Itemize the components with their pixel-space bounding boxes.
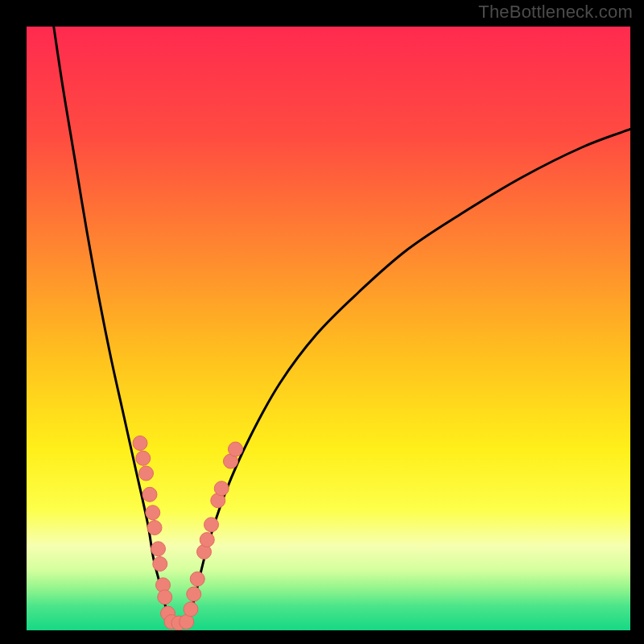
highlight-dot [139, 466, 154, 481]
highlight-dot [147, 521, 162, 535]
highlight-dot [133, 436, 147, 451]
highlight-dot [151, 542, 166, 556]
highlight-dot [180, 615, 194, 630]
highlight-dot [153, 557, 167, 572]
highlight-dot [142, 487, 157, 502]
chart-frame: TheBottleneck.com [0, 0, 644, 644]
curve-right-branch [188, 130, 630, 624]
highlight-dot [214, 481, 229, 496]
highlight-dot [158, 590, 172, 605]
highlight-dot [184, 602, 198, 617]
highlight-dot [136, 451, 151, 465]
highlight-dot [200, 533, 214, 547]
watermark-text: TheBottleneck.com [478, 2, 633, 23]
chart-svg [27, 27, 630, 630]
highlight-dot [229, 442, 243, 456]
highlight-dot [204, 518, 219, 532]
highlight-dot [146, 506, 160, 520]
plot-area [27, 27, 630, 630]
highlight-dot [187, 587, 201, 601]
highlight-dot [190, 572, 204, 586]
